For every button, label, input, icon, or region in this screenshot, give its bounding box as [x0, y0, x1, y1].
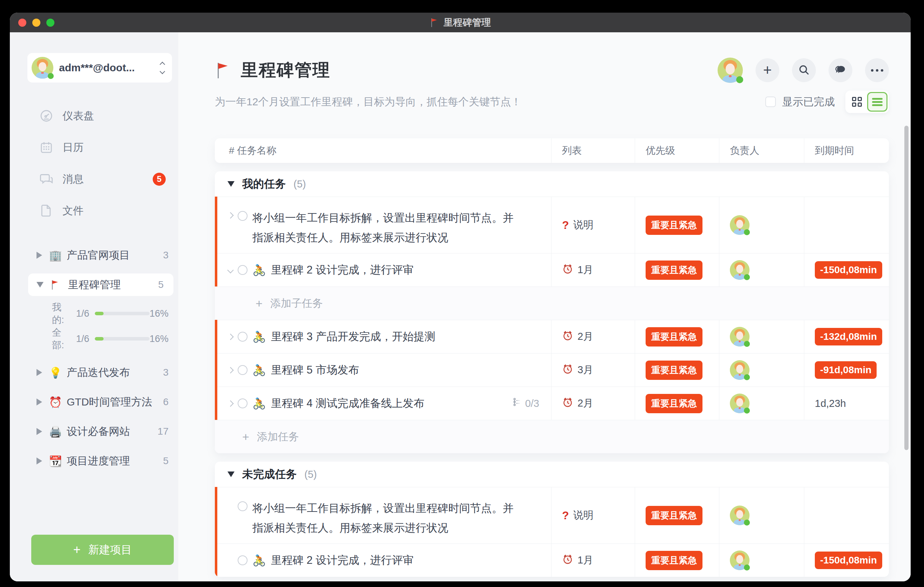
- task-priority-cell[interactable]: 重要且紧急: [635, 353, 719, 386]
- task-priority-cell[interactable]: 重要且紧急: [635, 197, 719, 253]
- task-priority-cell[interactable]: 重要且紧急: [635, 320, 719, 353]
- task-assignee-cell[interactable]: [719, 197, 804, 253]
- priority-badge: 重要且紧急: [645, 327, 703, 346]
- expand-triangle-icon[interactable]: [36, 457, 42, 465]
- task-assignee-cell[interactable]: [719, 254, 804, 287]
- expand-triangle-icon[interactable]: [36, 428, 42, 435]
- list-label: 2月: [578, 330, 593, 344]
- group-header[interactable]: 未完成任务 (5): [215, 462, 889, 487]
- add-subtask-row[interactable]: + 添加子任务: [215, 287, 889, 320]
- user-avatar[interactable]: [718, 58, 743, 83]
- complete-task-circle[interactable]: [238, 265, 248, 275]
- zoom-button[interactable]: [46, 18, 54, 27]
- sidebar-project-milestones[interactable]: 里程碑管理 5: [28, 274, 173, 296]
- task-due-cell[interactable]: -132d,08min: [804, 320, 889, 353]
- chevron-right-icon[interactable]: [227, 333, 233, 340]
- sidebar-item-dashboard[interactable]: 仪表盘: [10, 100, 178, 132]
- new-project-button[interactable]: + 新建项目: [31, 535, 174, 565]
- add-task-row[interactable]: + 添加任务: [215, 420, 889, 453]
- column-header-list[interactable]: 列表: [551, 139, 635, 163]
- task-list-cell[interactable]: 2月: [551, 387, 635, 420]
- task-title[interactable]: 里程碑 4 测试完成准备线上发布: [271, 396, 424, 411]
- task-due-cell[interactable]: 1d,23h: [804, 387, 889, 420]
- expand-triangle-icon[interactable]: [36, 252, 42, 259]
- more-button[interactable]: [865, 58, 889, 82]
- show-completed-checkbox[interactable]: [765, 97, 776, 107]
- complete-task-circle[interactable]: [238, 501, 248, 511]
- table-row[interactable]: 将小组一年工作目标拆解，设置出里程碑时间节点。并指派相关责任人。用标签来展示进行…: [215, 487, 889, 544]
- task-assignee-cell[interactable]: [719, 544, 804, 577]
- column-header-assignee[interactable]: 负责人: [719, 139, 804, 163]
- task-priority-cell[interactable]: 重要且紧急: [635, 487, 719, 544]
- table-row[interactable]: 🚴 里程碑 3 产品开发完成，开始提测 2月 重要且紧急 -132d,08: [215, 320, 889, 353]
- task-title[interactable]: 里程碑 5 市场发布: [271, 363, 359, 378]
- account-switcher[interactable]: adm***@doot...: [27, 53, 172, 82]
- task-title[interactable]: 将小组一年工作目标拆解，设置出里程碑时间节点。并指派相关责任人。用标签来展示进行…: [252, 208, 521, 247]
- table-row[interactable]: 🚴 里程碑 5 市场发布 3月 重要且紧急 -91d,08min: [215, 353, 889, 386]
- search-button[interactable]: [792, 58, 816, 82]
- complete-task-circle[interactable]: [238, 556, 248, 565]
- task-assignee-cell[interactable]: [719, 487, 804, 544]
- task-due-cell[interactable]: [804, 197, 889, 253]
- task-priority-cell[interactable]: 重要且紧急: [635, 254, 719, 287]
- task-due-cell[interactable]: -150d,08min: [804, 544, 889, 577]
- sidebar-project-gtd[interactable]: ⏰ GTD时间管理方法 6: [10, 387, 178, 417]
- collapse-triangle-icon[interactable]: [228, 472, 234, 477]
- task-title[interactable]: 将小组一年工作目标拆解，设置出里程碑时间节点。并指派相关责任人。用标签来展示进行…: [252, 498, 521, 538]
- task-priority-cell[interactable]: 重要且紧急: [635, 387, 719, 420]
- chevron-down-icon[interactable]: [227, 267, 233, 273]
- task-assignee-cell[interactable]: [719, 320, 804, 353]
- complete-task-circle[interactable]: [238, 365, 248, 375]
- header-actions: +: [718, 58, 889, 83]
- complete-task-circle[interactable]: [238, 211, 248, 221]
- group-header[interactable]: 我的任务 (5): [215, 171, 889, 196]
- sidebar-menu: 仪表盘 日历 消息: [10, 100, 178, 226]
- expand-triangle-icon[interactable]: [36, 399, 42, 406]
- task-list-cell[interactable]: 1月: [551, 544, 635, 577]
- add-task-button[interactable]: +: [756, 58, 779, 82]
- sidebar-project-iteration[interactable]: 💡 产品迭代发布 3: [10, 358, 178, 387]
- task-title[interactable]: 里程碑 3 产品开发完成，开始提测: [271, 329, 435, 344]
- task-title[interactable]: 里程碑 2 设计完成，进行评审: [271, 553, 414, 568]
- sidebar-project-official-site[interactable]: 🏢 产品官网项目 3: [10, 241, 178, 270]
- close-button[interactable]: [18, 18, 26, 27]
- task-list-cell[interactable]: ? 说明: [551, 487, 635, 544]
- list-view-button[interactable]: [867, 92, 888, 112]
- task-due-cell[interactable]: [804, 487, 889, 544]
- chevron-right-icon[interactable]: [227, 367, 233, 373]
- task-title[interactable]: 里程碑 2 设计完成，进行评审: [271, 262, 414, 277]
- grid-view-button[interactable]: [847, 92, 867, 112]
- task-group-my-tasks: 我的任务 (5) 将小组一年工作目标拆解，设置出里程碑时间节点。并指派相关责任人…: [215, 171, 889, 453]
- chat-button[interactable]: [828, 58, 852, 82]
- sidebar-project-design-sites[interactable]: 🖨️ 设计必备网站 17: [10, 417, 178, 446]
- column-header-task-name[interactable]: # 任务名称: [215, 139, 551, 163]
- table-row[interactable]: 🚴 里程碑 2 设计完成，进行评审 1月 重要且紧急 -150d,08mi: [215, 544, 889, 577]
- chevron-right-icon[interactable]: [227, 212, 233, 218]
- column-header-due[interactable]: 到期时间: [804, 139, 889, 163]
- sidebar-item-messages[interactable]: 消息 5: [10, 163, 178, 195]
- task-assignee-cell[interactable]: [719, 387, 804, 420]
- task-list-cell[interactable]: ? 说明: [551, 197, 635, 253]
- table-row[interactable]: 🚴 里程碑 2 设计完成，进行评审 1月 重要且紧急 -150d,08mi: [215, 253, 889, 287]
- minimize-button[interactable]: [32, 18, 40, 27]
- column-header-priority[interactable]: 优先级: [635, 139, 719, 163]
- task-due-cell[interactable]: -91d,08min: [804, 353, 889, 386]
- sidebar-project-schedule[interactable]: 📆 项目进度管理 5: [10, 446, 178, 476]
- task-priority-cell[interactable]: 重要且紧急: [635, 544, 719, 577]
- vertical-scrollbar[interactable]: [904, 126, 909, 450]
- collapse-triangle-icon[interactable]: [36, 282, 43, 287]
- table-row[interactable]: 🚴 里程碑 4 测试完成准备线上发布 0/3 2月 重要且紧急: [215, 386, 889, 420]
- complete-task-circle[interactable]: [238, 399, 248, 408]
- task-list-cell[interactable]: 3月: [551, 353, 635, 386]
- table-row[interactable]: 将小组一年工作目标拆解，设置出里程碑时间节点。并指派相关责任人。用标签来展示进行…: [215, 196, 889, 253]
- sidebar-item-files[interactable]: 文件: [10, 195, 178, 226]
- task-list-cell[interactable]: 2月: [551, 320, 635, 353]
- expand-triangle-icon[interactable]: [36, 369, 42, 376]
- chevron-right-icon[interactable]: [227, 400, 233, 407]
- sidebar-item-calendar[interactable]: 日历: [10, 132, 178, 163]
- complete-task-circle[interactable]: [238, 332, 248, 341]
- task-list-cell[interactable]: 1月: [551, 254, 635, 287]
- collapse-triangle-icon[interactable]: [228, 181, 234, 187]
- task-due-cell[interactable]: -150d,08min: [804, 254, 889, 287]
- task-assignee-cell[interactable]: [719, 353, 804, 386]
